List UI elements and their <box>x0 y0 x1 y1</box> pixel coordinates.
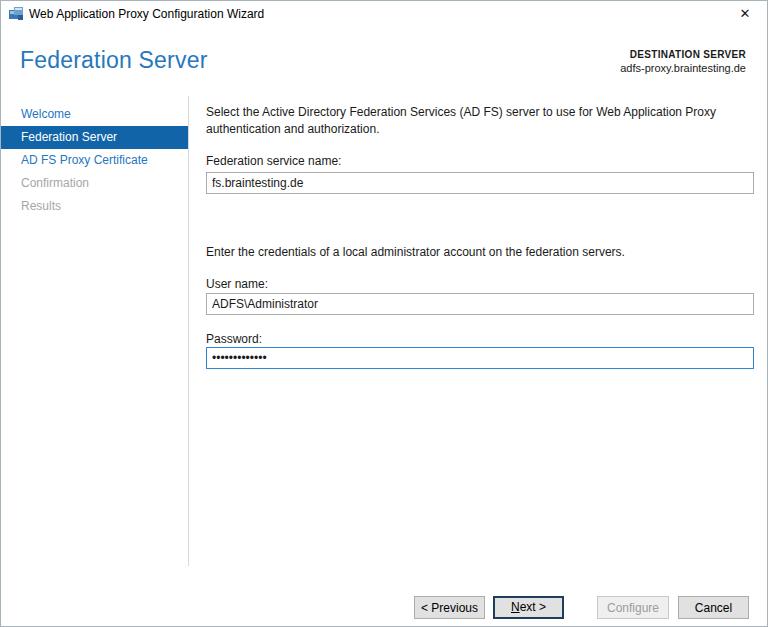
sidebar-item-adfs-proxy-certificate[interactable]: AD FS Proxy Certificate <box>1 149 188 172</box>
federation-service-name-input[interactable] <box>206 172 754 194</box>
sidebar-item-confirmation: Confirmation <box>1 172 188 195</box>
next-button-rest: ext > <box>520 600 546 614</box>
destination-server-block: DESTINATION SERVER adfs-proxy.braintesti… <box>620 48 746 75</box>
window-title: Web Application Proxy Configuration Wiza… <box>29 7 264 21</box>
username-input[interactable] <box>206 293 754 315</box>
username-label: User name: <box>206 277 268 291</box>
federation-service-name-label: Federation service name: <box>206 154 341 168</box>
sidebar-item-welcome[interactable]: Welcome <box>1 103 188 126</box>
credentials-instruction-text: Enter the credentials of a local adminis… <box>206 244 751 261</box>
password-input[interactable] <box>206 347 754 369</box>
cancel-button[interactable]: Cancel <box>678 596 749 619</box>
sidebar-item-federation-server[interactable]: Federation Server <box>1 126 188 149</box>
page-title: Federation Server <box>20 47 208 74</box>
wizard-steps-sidebar: Welcome Federation Server AD FS Proxy Ce… <box>1 103 188 218</box>
previous-button[interactable]: < Previous <box>414 596 485 619</box>
next-button-accel: N <box>511 600 520 614</box>
close-button[interactable]: ✕ <box>728 2 762 26</box>
wizard-window: Web Application Proxy Configuration Wiza… <box>0 0 768 627</box>
sidebar-item-results: Results <box>1 195 188 218</box>
password-label: Password: <box>206 332 262 346</box>
sidebar-divider <box>188 96 189 566</box>
destination-server-value: adfs-proxy.braintesting.de <box>620 61 746 75</box>
configure-button: Configure <box>597 596 669 619</box>
destination-server-label: DESTINATION SERVER <box>620 48 746 61</box>
title-bar: Web Application Proxy Configuration Wiza… <box>1 1 767 27</box>
intro-text: Select the Active Directory Federation S… <box>206 104 751 139</box>
app-icon <box>8 6 24 22</box>
next-button[interactable]: Next > <box>493 596 564 619</box>
